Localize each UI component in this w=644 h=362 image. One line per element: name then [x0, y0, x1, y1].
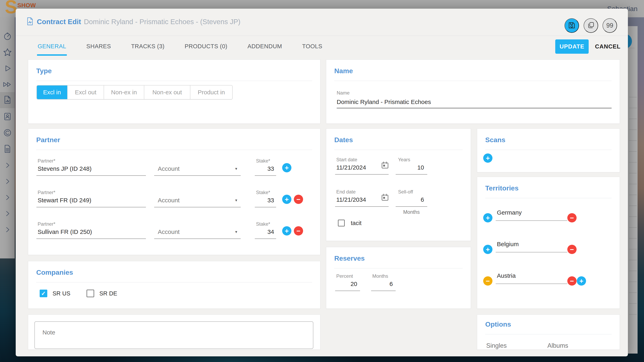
- territory-input[interactable]: Austria: [497, 272, 516, 279]
- territory-input[interactable]: Germany: [497, 209, 522, 216]
- partner-input[interactable]: Partner* Stevens JP (ID 248): [36, 158, 146, 176]
- chevron-right-icon: [4, 177, 12, 186]
- years-input[interactable]: Years 10: [396, 157, 427, 175]
- save-button[interactable]: [564, 18, 579, 33]
- sidebar-item-contacts[interactable]: [0, 109, 15, 125]
- add-partner-button[interactable]: +: [282, 163, 292, 172]
- type-toggle-group: Excl in Excl out Non-ex in Non-ex out Pr…: [36, 85, 233, 99]
- sidebar-item-copyright[interactable]: [0, 125, 15, 141]
- tab-tracks[interactable]: TRACKS (3): [130, 37, 165, 56]
- account-select[interactable]: Account ▼: [154, 158, 241, 176]
- name-field[interactable]: Dominic Ryland - Prismatic Echoes: [337, 98, 612, 105]
- add-territory-button[interactable]: +: [483, 213, 492, 222]
- sidebar-item-expand-1[interactable]: [0, 158, 15, 174]
- stake-input[interactable]: Stake* 33: [255, 158, 276, 176]
- account-select[interactable]: Account ▼: [154, 221, 241, 239]
- plus-icon: +: [285, 164, 289, 171]
- type-option-non-ex-out[interactable]: Non-ex out: [144, 85, 190, 99]
- sidebar-item-expand-5[interactable]: [0, 222, 15, 238]
- type-option-excl-in[interactable]: Excl in: [37, 85, 67, 99]
- calendar-icon[interactable]: [381, 193, 388, 202]
- account-select[interactable]: Account ▼: [154, 190, 241, 208]
- territories-card: Territories + Germany − + Belgium − − Au…: [477, 177, 620, 309]
- partner-label: Partner*: [38, 221, 55, 227]
- partner-input[interactable]: Partner* Sullivan FR (ID 250): [36, 221, 146, 239]
- chevron-right-icon: [4, 193, 12, 202]
- options-title: Options: [485, 320, 511, 328]
- dialog-subtitle: Dominic Ryland - Prismatic Echoes - (Ste…: [84, 18, 240, 26]
- start-date-input[interactable]: Start date 11/21/2024: [335, 157, 388, 175]
- sidebar-item-play[interactable]: [0, 61, 15, 77]
- check-icon: ✓: [41, 290, 46, 297]
- minus-icon: −: [296, 227, 300, 234]
- remove-territory-button[interactable]: −: [567, 245, 576, 254]
- company-sr-us-checkbox[interactable]: ✓: [40, 290, 47, 297]
- tab-tools[interactable]: TOOLS: [302, 37, 323, 56]
- add-partner-button[interactable]: +: [282, 226, 292, 236]
- app-logo-text[interactable]: SHOW: [17, 2, 36, 9]
- stake-input[interactable]: Stake* 33: [255, 190, 276, 208]
- reserves-percent-input[interactable]: Percent 20: [335, 273, 360, 291]
- selloff-label: Sell-off: [398, 189, 413, 195]
- add-territory-button[interactable]: +: [483, 245, 492, 254]
- note-textarea[interactable]: [34, 321, 313, 349]
- stake-label: Stake*: [256, 221, 270, 227]
- partner-title: Partner: [36, 136, 60, 144]
- sidebar-item-contracts[interactable]: [0, 92, 15, 108]
- remove-partner-button[interactable]: −: [294, 226, 303, 236]
- tacit-checkbox[interactable]: [338, 220, 345, 226]
- add-territory-button[interactable]: +: [577, 276, 586, 286]
- territories-title: Territories: [485, 184, 518, 192]
- type-option-non-ex-in[interactable]: Non-ex in: [104, 85, 144, 99]
- type-option-excl-out[interactable]: Excl out: [67, 85, 104, 99]
- account-placeholder: Account: [158, 165, 180, 172]
- tab-addendum[interactable]: ADDENDUM: [247, 37, 283, 56]
- company-sr-de-label: SR DE: [100, 290, 117, 297]
- sidebar-item-expand-2[interactable]: [0, 174, 15, 190]
- stake-value: 34: [268, 228, 274, 235]
- app-logo-icon[interactable]: S: [5, 0, 17, 16]
- cancel-button[interactable]: CANCEL: [590, 39, 626, 54]
- options-singles-label: Singles: [486, 342, 507, 349]
- plus-icon: +: [486, 214, 490, 221]
- divider: [36, 150, 312, 150]
- tab-products[interactable]: PRODUCTS (0): [184, 37, 228, 56]
- sidebar-item-expand-3[interactable]: [0, 190, 15, 206]
- add-partner-button[interactable]: +: [282, 195, 292, 204]
- tab-shares[interactable]: SHARES: [86, 37, 112, 56]
- update-button[interactable]: UPDATE: [555, 39, 589, 54]
- app-background: S SHOW Sebastian: [0, 0, 644, 362]
- company-sr-de-checkbox[interactable]: [86, 290, 94, 297]
- months-label: Months: [372, 273, 388, 279]
- calendar-icon[interactable]: [381, 161, 388, 170]
- remove-territory-button[interactable]: −: [567, 213, 576, 222]
- copy-button[interactable]: [584, 18, 598, 33]
- selloff-input[interactable]: Sell-off 6: [396, 189, 427, 207]
- chevron-down-icon: ▼: [234, 199, 238, 203]
- partner-input[interactable]: Partner* Stewart FR (ID 249): [36, 190, 146, 208]
- end-date-input[interactable]: End date 11/21/2034: [335, 189, 388, 207]
- sidebar-item-favorites[interactable]: [0, 45, 15, 61]
- tacit-label: tacit: [351, 220, 362, 226]
- sidebar-item-documents[interactable]: [0, 141, 15, 157]
- remove-partner-button[interactable]: −: [294, 195, 303, 204]
- account-placeholder: Account: [158, 197, 180, 204]
- stake-input[interactable]: Stake* 34: [255, 221, 276, 239]
- type-option-product-in[interactable]: Product in: [190, 85, 232, 99]
- sidebar-item-expand-4[interactable]: [0, 206, 15, 222]
- sidebar-item-dashboard[interactable]: [0, 28, 15, 45]
- counter-badge-button[interactable]: 99: [602, 18, 617, 33]
- reserves-months-input[interactable]: Months 6: [371, 273, 396, 291]
- partner-row: Partner* Stewart FR (ID 249) Account ▼ S…: [28, 190, 320, 213]
- exclude-territory-button[interactable]: −: [483, 276, 492, 286]
- tab-general[interactable]: GENERAL: [37, 37, 67, 56]
- remove-territory-button[interactable]: −: [567, 276, 576, 286]
- territory-input[interactable]: Belgium: [497, 241, 518, 248]
- end-date-label: End date: [336, 189, 356, 195]
- contract-edit-dialog: Contract Edit Dominic Ryland - Prismatic…: [16, 9, 628, 356]
- sidebar-item-fast-forward[interactable]: [0, 77, 15, 93]
- dates-card: Dates Start date 11/21/2024 Years 10 End…: [326, 128, 471, 241]
- stake-label: Stake*: [256, 190, 270, 195]
- add-scan-button[interactable]: +: [483, 153, 492, 163]
- options-card: Options Singles Albums: [477, 315, 620, 350]
